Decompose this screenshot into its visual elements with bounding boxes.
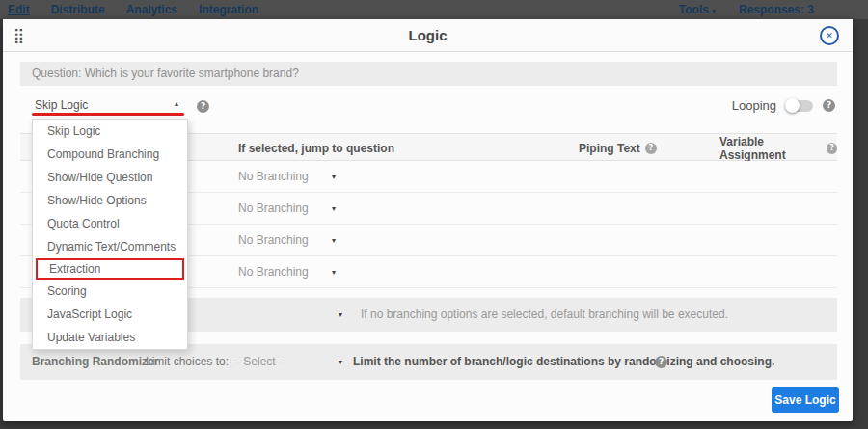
chevron-down-icon[interactable]: ▾ [339, 344, 342, 380]
jump-to-question-select[interactable]: No Branching [238, 256, 585, 288]
looping-toggle[interactable] [786, 100, 813, 112]
toggle-knob [785, 98, 800, 113]
responses-count[interactable]: Responses: 3 [739, 3, 814, 16]
logic-type-value: Skip Logic [35, 98, 88, 112]
help-icon[interactable]: ? [827, 143, 837, 154]
menu-item-dynamic-text-comments[interactable]: Dynamic Text/Comments [33, 235, 187, 258]
tools-dropdown[interactable]: Tools▾ [679, 3, 716, 16]
nav-item-analytics[interactable]: Analytics [126, 3, 177, 16]
chevron-down-icon[interactable]: ▾ [339, 298, 342, 332]
save-logic-button[interactable]: Save Logic [772, 387, 839, 413]
menu-item-update-variables[interactable]: Update Variables [33, 326, 187, 349]
modal-header: ⣿ Logic ✕ [3, 19, 853, 52]
nav-item-distribute[interactable]: Distribute [51, 3, 105, 16]
column-header-jump: If selected, jump to question [238, 134, 394, 162]
chevron-down-icon: ▾ [332, 225, 336, 256]
menu-item-quota-control[interactable]: Quota Control [33, 212, 187, 235]
menu-item-compound-branching[interactable]: Compound Branching [33, 143, 187, 166]
randomizer-note: Limit the number of branch/logic destina… [353, 344, 774, 380]
red-underline-highlight [32, 113, 184, 116]
logic-modal: ⣿ Logic ✕ Question: Which is your favori… [3, 19, 853, 421]
limit-choices-select[interactable]: - Select - [236, 344, 283, 380]
help-icon[interactable]: ? [823, 99, 835, 112]
column-header-piping: Piping Text? [579, 134, 657, 162]
menu-item-javascript-logic[interactable]: JavaScript Logic [33, 303, 187, 326]
chevron-down-icon: ▾ [332, 193, 336, 225]
chevron-down-icon: ▾ [332, 161, 336, 193]
default-branching-note: If no branching options are selected, de… [361, 298, 728, 332]
chevron-down-icon: ▾ [332, 256, 336, 288]
jump-to-question-select[interactable]: No Branching [238, 193, 585, 225]
nav-menu: Edit Distribute Analytics Integration [0, 3, 679, 16]
looping-label: Looping [732, 98, 776, 113]
modal-title: Logic [3, 19, 853, 52]
menu-item-skip-logic[interactable]: Skip Logic [33, 120, 187, 143]
menu-item-show-hide-question[interactable]: Show/Hide Question [33, 166, 187, 189]
close-icon[interactable]: ✕ [820, 26, 839, 45]
top-nav-bar: Edit Distribute Analytics Integration To… [0, 0, 868, 19]
column-header-variable: Variable Assignment? [719, 134, 837, 162]
jump-to-question-select[interactable]: No Branching [238, 161, 585, 193]
menu-item-scoring[interactable]: Scoring [33, 280, 187, 303]
logic-type-dropdown-menu: Skip Logic Compound Branching Show/Hide … [32, 119, 188, 350]
question-label: Question: Which is your favorite smartph… [20, 62, 837, 86]
menu-item-extraction[interactable]: Extraction [36, 258, 184, 280]
jump-to-question-select[interactable]: No Branching [238, 225, 585, 256]
help-icon[interactable]: ? [197, 100, 209, 113]
menu-item-show-hide-options[interactable]: Show/Hide Options [33, 189, 187, 212]
help-icon[interactable]: ? [645, 143, 657, 154]
nav-item-integration[interactable]: Integration [199, 3, 258, 16]
chevron-up-icon: ▴ [175, 99, 178, 108]
chevron-down-icon: ▾ [712, 7, 716, 15]
looping-control: Looping ? [732, 98, 835, 113]
nav-item-edit[interactable]: Edit [8, 3, 30, 16]
help-icon[interactable]: ? [655, 356, 667, 368]
